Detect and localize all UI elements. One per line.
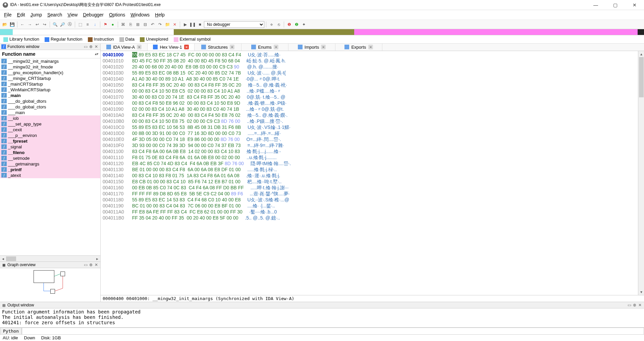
undo-button[interactable]: ↶: [149, 21, 156, 28]
nav-segment[interactable]: [354, 29, 638, 35]
hex-row[interactable]: 00401060 00 00 83 C4 10 50 E8 C5 02 00 0…: [103, 88, 642, 94]
hex-row[interactable]: 004010F0 3D 93 00 00 C0 74 39 3D 94 00 0…: [103, 142, 642, 148]
tab-exports[interactable]: Exports✕: [335, 44, 382, 51]
hex-row[interactable]: 00401030 55 89 E5 83 EC 08 8B 15 0C 20 4…: [103, 70, 642, 76]
repl-lang-label[interactable]: Python: [0, 328, 22, 334]
search-next-button[interactable]: 🔎: [59, 21, 66, 28]
menu-edit[interactable]: Edit: [15, 11, 27, 18]
function-item[interactable]: f__fileno: [0, 150, 100, 155]
search-text-button[interactable]: Ⓐ: [66, 21, 73, 28]
tab-close-button[interactable]: ✕: [321, 45, 326, 49]
hex-row[interactable]: 00401010 8D 45 FC 50 FF 35 08 20 40 00 8…: [103, 58, 642, 64]
functions-list[interactable]: f__mingw32_init_mainargsf__mingw32_init_…: [0, 58, 100, 255]
hex-row[interactable]: 00401110 F8 01 75 0E 83 C4 F8 6A 01 6A 0…: [103, 154, 642, 160]
hex-row[interactable]: 00401150 E8 CB 01 00 00 83 C4 10 85 F6 7…: [103, 179, 642, 185]
close-button[interactable]: ✕: [628, 2, 641, 8]
tab-close-button[interactable]: ✕: [230, 45, 234, 49]
hex-row[interactable]: 004010E0 4F 3D 05 00 00 C0 74 18 E9 86 0…: [103, 136, 642, 142]
function-item[interactable]: f_atexit: [0, 173, 100, 178]
hex-row[interactable]: 004010B0 00 00 83 C4 10 50 E8 75 02 00 0…: [103, 118, 642, 124]
functions-hscrollbar[interactable]: ◂ ▸: [0, 255, 100, 261]
function-item[interactable]: f__setmode: [0, 155, 100, 161]
pane-restore-button[interactable]: ▭: [627, 303, 632, 307]
tab-hex-view-1[interactable]: Hex View-1✕: [148, 44, 195, 51]
pane-close-button[interactable]: ✕: [94, 262, 99, 267]
pane-restore-button[interactable]: ▭: [83, 44, 88, 49]
tab-close-button[interactable]: ✕: [184, 45, 189, 49]
function-item[interactable]: f__cexit: [0, 127, 100, 133]
menu-options[interactable]: Options: [107, 11, 127, 18]
function-item[interactable]: f___main: [0, 110, 100, 115]
pane-pin-button[interactable]: ⊗: [88, 44, 94, 49]
output-text[interactable]: Function argument information has been p…: [0, 308, 644, 327]
hex-row[interactable]: 00401050 83 C4 F8 FF 35 0C 20 40 00 83 C…: [103, 82, 642, 88]
function-item[interactable]: f_WinMainCRTStartup: [0, 87, 100, 93]
maximize-button[interactable]: ▢: [608, 2, 622, 8]
scroll-thumb[interactable]: [639, 57, 644, 97]
scroll-left-icon[interactable]: ◂: [0, 256, 6, 261]
hex-row[interactable]: 00401180 55 89 E5 83 EC 14 53 83 C4 F4 6…: [103, 197, 642, 203]
pane-restore-button[interactable]: ▭: [83, 262, 88, 267]
nav-segment[interactable]: [638, 29, 644, 35]
opt2-button[interactable]: ❷: [293, 21, 300, 28]
hex-row[interactable]: 00401020 20 40 00 68 00 20 40 00 E8 0B 0…: [103, 64, 642, 70]
hex-row[interactable]: 00401140 00 83 C4 10 83 F8 01 75 1A 83 C…: [103, 173, 642, 179]
menu-search[interactable]: Search: [45, 11, 64, 18]
function-item[interactable]: f_mainCRTStartup: [0, 81, 100, 87]
menu-debugger[interactable]: Debugger: [81, 11, 106, 18]
pane-close-button[interactable]: ✕: [637, 303, 643, 307]
struct-button[interactable]: ⊞: [135, 21, 141, 28]
pane-pin-button[interactable]: ⊗: [632, 303, 637, 307]
function-item[interactable]: f__gnu_exception_handler(x): [0, 70, 100, 76]
hex-row[interactable]: 00401100 83 C4 F8 6A 00 6A 0B E8 14 02 0…: [103, 148, 642, 154]
function-item[interactable]: f___getmainargs: [0, 161, 100, 167]
function-item[interactable]: f___p__environ: [0, 133, 100, 138]
function-item[interactable]: f___set_app_type: [0, 121, 100, 127]
nav-back-button[interactable]: ←: [19, 21, 26, 28]
hex-row[interactable]: 004011B0 FF 35 04 20 40 00 FF 35 00 20 4…: [103, 215, 642, 221]
hex-row[interactable]: 00401070 30 40 00 83 C0 20 74 1E 83 C4 F…: [103, 94, 642, 100]
hex-row[interactable]: 00401000 55 89 E5 83 EC 18 C7 45 FC 00 0…: [103, 52, 642, 58]
search-button[interactable]: 🔍: [52, 21, 58, 28]
function-item[interactable]: f__iob: [0, 115, 100, 121]
down-arrow-button[interactable]: ↓: [92, 21, 98, 28]
tab-close-button[interactable]: ✕: [137, 45, 142, 49]
nav-fwd-button[interactable]: →: [26, 21, 33, 28]
open-file-button[interactable]: 📂: [1, 21, 8, 28]
nav-segment[interactable]: [13, 29, 174, 35]
hex-row[interactable]: 00401130 BE 01 00 00 00 83 C4 F8 6A 00 6…: [103, 166, 642, 173]
function-item[interactable]: f__mingw32_init_fmode: [0, 64, 100, 70]
pane-pin-button[interactable]: ⊗: [88, 262, 94, 267]
cross-button[interactable]: ✕: [171, 21, 178, 28]
graph-canvas[interactable]: [0, 268, 100, 298]
function-item[interactable]: f___do_global_ctors: [0, 104, 100, 110]
run-button[interactable]: ▶: [182, 21, 189, 28]
tab-enums[interactable]: Enums✕: [241, 44, 288, 51]
hex-row[interactable]: 004010C0 55 89 E5 83 EC 10 56 53 8B 45 0…: [103, 124, 642, 130]
stop-button[interactable]: ■: [197, 21, 203, 28]
hex-row[interactable]: 004011A0 FF E8 8A FE FF FF 83 C4 FC E8 6…: [103, 209, 642, 215]
menu-windows[interactable]: Windows: [128, 11, 152, 18]
function-item[interactable]: f__fpreset: [0, 138, 100, 144]
nav-segment[interactable]: [174, 29, 354, 35]
nav-back2-button[interactable]: ↩: [34, 21, 41, 28]
functions-column-header[interactable]: Function name ▴▾: [0, 50, 100, 58]
function-item[interactable]: f__mingw32_init_mainargs: [0, 58, 100, 64]
minimize-button[interactable]: —: [589, 2, 602, 8]
hex-row[interactable]: 004010D0 00 8B 00 3D 91 00 00 C0 77 16 3…: [103, 130, 642, 136]
hex-row[interactable]: 00401040 A1 A0 30 40 00 89 10 A1 A8 30 4…: [103, 76, 642, 82]
save-button[interactable]: 💾: [9, 21, 15, 28]
hex-row[interactable]: 00401170 FF FF FF 89 D8 8D 65 E8 5B 5E C…: [103, 191, 642, 197]
hex-view[interactable]: 00401000 55 89 E5 83 EC 18 C7 45 FC 00 0…: [101, 51, 644, 295]
menu-help[interactable]: Help: [153, 11, 167, 18]
tab-structures[interactable]: Structures✕: [195, 44, 241, 51]
pause-button[interactable]: ❚❚: [189, 21, 196, 28]
hex-row[interactable]: 00401120 EB 4C 85 C0 74 4D 83 C4 F4 6A 0…: [103, 160, 642, 166]
flag-green-button[interactable]: ●: [109, 21, 116, 28]
enum-button[interactable]: ⊟: [142, 21, 149, 28]
opt3-button[interactable]: ✦: [301, 21, 307, 28]
hex-vscrollbar[interactable]: ▴ ▾: [638, 51, 644, 295]
code-button[interactable]: ⌘: [120, 21, 126, 28]
debugger-select[interactable]: No debugger: [204, 21, 264, 28]
redo-button[interactable]: ↷: [157, 21, 163, 28]
